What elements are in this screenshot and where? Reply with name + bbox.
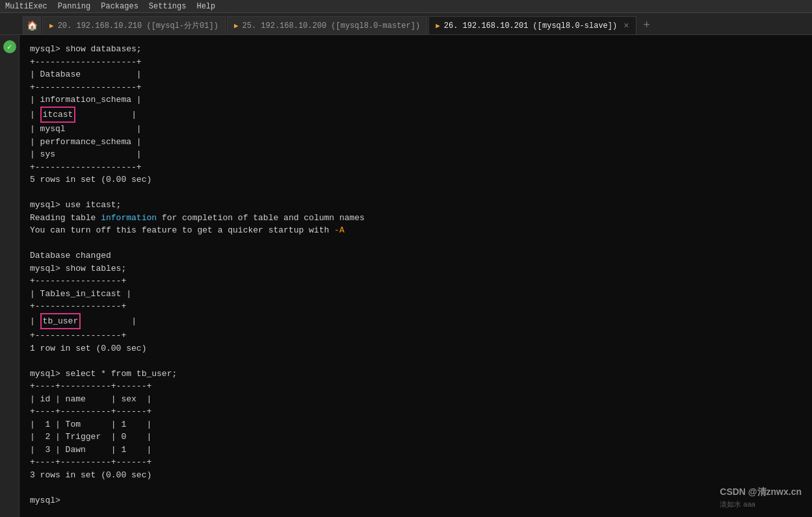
turnoff-line: You can turn off this feature to get a q… xyxy=(30,225,345,235)
watermark-site: znwx.cn xyxy=(766,486,802,497)
tab-3[interactable]: ▶ 26. 192.168.10.201 ([mysql8.0-slave]) … xyxy=(428,16,636,34)
table1-border1: +--------------------+ xyxy=(30,57,142,67)
watermark-main: CSDN @清znwx.cn xyxy=(720,485,802,499)
cmd3: mysql> show tables; xyxy=(30,264,126,273)
table1-row4: | performance_schema | xyxy=(30,137,142,147)
cmd2: mysql> use itcast; xyxy=(30,200,121,210)
table3-row2: | 2 | Trigger | 0 | xyxy=(30,432,151,442)
status-icon: ✓ xyxy=(3,40,16,53)
cmd4: mysql> select * from tb_user; xyxy=(30,369,177,379)
menu-panning[interactable]: Panning xyxy=(58,2,90,11)
reading-line: Reading table information for completion… xyxy=(30,213,365,223)
table2-header: | Tables_in_itcast | xyxy=(30,289,131,299)
tb-user-highlight: tb_user xyxy=(40,313,81,330)
menu-packages[interactable]: Packages xyxy=(101,2,138,11)
sidebar: ✓ xyxy=(0,35,20,517)
table1-border2: +--------------------+ xyxy=(30,82,142,92)
watermark-prefix: CSDN @清 xyxy=(720,486,766,497)
table3-row3: | 3 | Dawn | 1 | xyxy=(30,445,151,455)
table1-header: | Database | xyxy=(30,69,142,79)
table3-border1: +----+----------+------+ xyxy=(30,381,151,391)
tab-3-label: 26. 192.168.10.201 ([mysql8.0-slave]) xyxy=(444,21,617,31)
tab-3-close[interactable]: × xyxy=(623,21,629,31)
terminal[interactable]: mysql> show databases; +----------------… xyxy=(20,35,812,517)
table1-row5: | sys | xyxy=(30,149,142,159)
tab-1-label: 20. 192.168.10.210 ([mysql-分片01]) xyxy=(58,20,218,31)
table2-border3: +-----------------+ xyxy=(30,331,126,340)
menu-bar: MultiExec Panning Packages Settings Help xyxy=(0,0,812,13)
table2-border1: +-----------------+ xyxy=(30,276,126,286)
table2-footer: 1 row in set (0.00 sec) xyxy=(30,344,146,353)
menu-help[interactable]: Help xyxy=(196,2,215,11)
tab-2[interactable]: ▶ 25. 192.168.10.200 ([mysql8.0-master]) xyxy=(227,16,427,34)
watermark: CSDN @清znwx.cn 淡如水 aaa xyxy=(720,485,802,510)
cmd5: mysql> xyxy=(30,496,66,505)
new-tab-button[interactable]: + xyxy=(638,16,656,34)
tab-1[interactable]: ▶ 20. 192.168.10.210 ([mysql-分片01]) xyxy=(42,16,226,34)
itcast-highlight: itcast xyxy=(40,107,76,123)
home-tab[interactable]: 🏠 xyxy=(23,16,41,34)
cmd1: mysql> show databases; xyxy=(30,44,142,54)
table1-border3: +--------------------+ xyxy=(30,162,142,172)
table3-row1: | 1 | Tom | 1 | xyxy=(30,420,151,429)
terminal-content: mysql> show databases; +----------------… xyxy=(30,43,802,507)
table1-footer: 5 rows in set (0.00 sec) xyxy=(30,175,151,184)
table1-row3: | mysql | xyxy=(30,124,142,134)
table3-footer: 3 rows in set (0.00 sec) xyxy=(30,470,151,480)
table3-border3: +----+----------+------+ xyxy=(30,457,151,467)
table3-header: | id | name | sex | xyxy=(30,394,151,404)
tab-bar: 🏠 ▶ 20. 192.168.10.210 ([mysql-分片01]) ▶ … xyxy=(0,13,812,35)
table2-border2: +-----------------+ xyxy=(30,301,126,311)
tab-2-label: 25. 192.168.10.200 ([mysql8.0-master]) xyxy=(242,21,421,31)
menu-multiexec[interactable]: MultiExec xyxy=(5,2,47,11)
table3-border2: +----+----------+------+ xyxy=(30,407,151,416)
menu-settings[interactable]: Settings xyxy=(149,2,187,11)
main-layout: ✓ mysql> show databases; +--------------… xyxy=(0,35,812,517)
table1-row1: | information_schema | xyxy=(30,95,142,105)
watermark-sub: 淡如水 aaa xyxy=(720,499,802,510)
db-changed: Database changed xyxy=(30,251,111,260)
